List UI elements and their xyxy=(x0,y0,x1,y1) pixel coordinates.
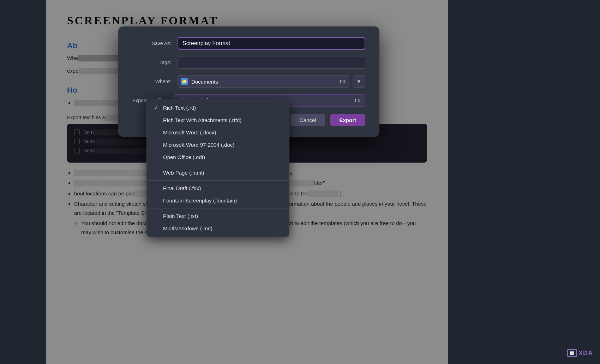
menu-item-rtf-label: Rich Text (.rtf) xyxy=(163,105,196,111)
menu-item-md-label: MultiMarkdown (.md) xyxy=(163,225,212,231)
menu-item-html-label: Web Page (.html) xyxy=(163,170,204,176)
tags-row: Tags: xyxy=(132,56,365,69)
menu-item-txt-label: Plain Text (.txt) xyxy=(163,213,198,219)
tags-input[interactable] xyxy=(178,56,365,69)
menu-item-html[interactable]: Web Page (.html) xyxy=(147,166,289,179)
where-value: Documents xyxy=(191,79,337,85)
where-expand-button[interactable]: ▼ xyxy=(353,75,365,88)
menu-item-fountain-label: Fountain Screenplay (.fountain) xyxy=(163,198,237,204)
checkmark-icon: ✓ xyxy=(154,104,161,111)
xda-logo: ⬜ XDA xyxy=(567,349,593,357)
separator-2 xyxy=(147,180,289,181)
menu-item-doc[interactable]: Microsoft Word 97-2004 (.doc) xyxy=(147,139,289,151)
cancel-button[interactable]: Cancel xyxy=(290,114,325,126)
menu-item-docx-label: Microsoft Word (.docx) xyxy=(163,129,216,135)
dropdown-arrows-icon: ⬆⬇ xyxy=(339,79,346,84)
menu-item-fountain[interactable]: Fountain Screenplay (.fountain) xyxy=(147,194,289,207)
menu-item-fdx-label: Final Draft (.fdx) xyxy=(163,185,201,191)
where-label: Where: xyxy=(132,79,171,84)
menu-item-rtfd[interactable]: Rich Text With Attachments (.rtfd) xyxy=(147,114,289,126)
separator-3 xyxy=(147,208,289,208)
format-dropdown-menu: ✓ Rich Text (.rtf) Rich Text With Attach… xyxy=(146,99,289,237)
menu-item-fdx[interactable]: Final Draft (.fdx) xyxy=(147,182,289,194)
menu-item-txt[interactable]: Plain Text (.txt) xyxy=(147,210,289,222)
menu-item-rtf[interactable]: ✓ Rich Text (.rtf) xyxy=(147,101,289,114)
save-as-row: Save As: xyxy=(132,37,365,50)
where-dropdown[interactable]: 📁 Documents ⬆⬇ xyxy=(178,75,349,88)
save-as-input[interactable] xyxy=(178,37,365,50)
where-row: Where: 📁 Documents ⬆⬇ ▼ xyxy=(132,75,365,88)
separator-1 xyxy=(147,165,289,165)
xda-icon: ⬜ xyxy=(567,349,577,357)
tags-label: Tags: xyxy=(132,60,171,65)
save-as-label: Save As: xyxy=(132,41,171,46)
export-arrows-icon: ⬆⬇ xyxy=(354,98,361,103)
menu-item-doc-label: Microsoft Word 97-2004 (.doc) xyxy=(163,142,234,148)
menu-item-rtfd-label: Rich Text With Attachments (.rtfd) xyxy=(163,117,241,123)
menu-item-odt-label: Open Office (.odt) xyxy=(163,154,205,160)
menu-item-odt[interactable]: Open Office (.odt) xyxy=(147,151,289,163)
menu-item-md[interactable]: MultiMarkdown (.md) xyxy=(147,222,289,235)
xda-text: XDA xyxy=(578,350,593,357)
folder-icon: 📁 xyxy=(181,78,188,85)
menu-item-docx[interactable]: Microsoft Word (.docx) xyxy=(147,126,289,139)
export-button[interactable]: Export xyxy=(330,114,365,126)
chevron-down-icon: ▼ xyxy=(356,79,361,84)
